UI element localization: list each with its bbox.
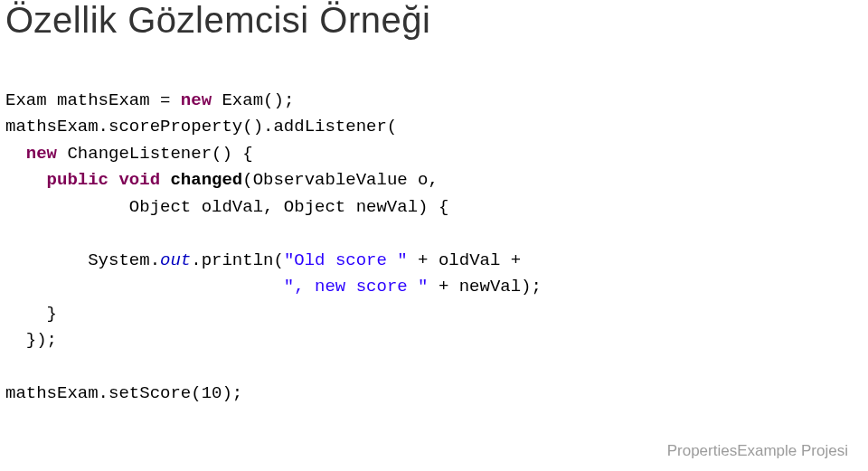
- code-line-5: Object oldVal, Object newVal) {: [5, 197, 448, 217]
- footer-project-name: PropertiesExample Projesi: [667, 442, 848, 460]
- code-line-2: mathsExam.scoreProperty().addListener(: [5, 117, 397, 137]
- page-title: Özellik Gözlemcisi Örneği: [0, 0, 868, 41]
- code-line-3: new ChangeListener() {: [5, 144, 253, 164]
- code-line-7: ", new score " + newVal);: [5, 277, 542, 297]
- code-line-blank: [5, 223, 15, 243]
- code-line-6: System.out.println("Old score " + oldVal…: [5, 250, 532, 270]
- code-line-8: }: [5, 304, 57, 324]
- code-line-10: mathsExam.setScore(10);: [5, 383, 242, 403]
- code-line-1: Exam mathsExam = new Exam();: [5, 90, 294, 110]
- code-block: Exam mathsExam = new Exam(); mathsExam.s…: [0, 41, 868, 407]
- code-line-blank-2: [5, 356, 15, 376]
- code-line-4: public void changed(ObservableValue o,: [5, 170, 439, 190]
- code-line-9: });: [5, 330, 57, 350]
